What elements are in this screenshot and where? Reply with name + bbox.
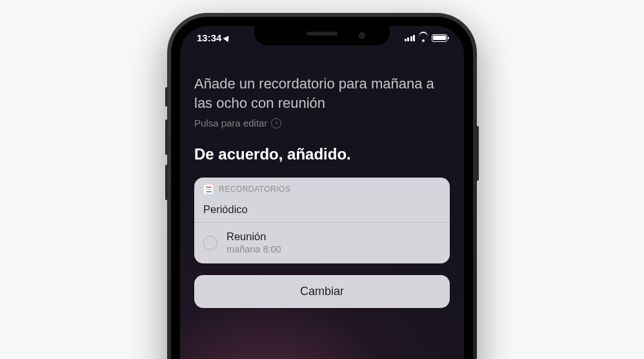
- phone-frame: 13:34 Añade un recordatorio para mañana …: [167, 13, 477, 359]
- wifi-icon: [418, 34, 428, 42]
- siri-response: De acuerdo, añadido.: [194, 145, 450, 163]
- change-button-label: Cambiar: [300, 285, 344, 298]
- battery-icon: [432, 34, 447, 42]
- siri-user-request: Añade un recordatorio para mañana a las …: [194, 74, 450, 112]
- front-camera: [359, 32, 365, 39]
- status-time: 13:34: [197, 32, 221, 43]
- reminder-text: Reunión mañana 8:00: [226, 231, 281, 254]
- reminders-app-icon: [203, 184, 214, 194]
- reminder-complete-radio[interactable]: [203, 236, 217, 250]
- speaker: [307, 32, 337, 36]
- mute-switch: [165, 87, 168, 107]
- reminders-card[interactable]: RECORDATORIOS Periódico Reunión mañana 8…: [194, 178, 450, 263]
- phone-bezel: 13:34 Añade un recordatorio para mañana …: [171, 17, 473, 359]
- card-header: RECORDATORIOS: [194, 178, 450, 200]
- siri-content: Añade un recordatorio para mañana a las …: [180, 26, 464, 308]
- tap-to-edit-button[interactable]: Pulsa para editar ›: [194, 118, 450, 128]
- volume-down-button: [165, 165, 168, 200]
- power-button: [476, 126, 479, 181]
- location-icon: [223, 34, 232, 42]
- volume-up-button: [165, 119, 168, 155]
- card-app-label: RECORDATORIOS: [219, 185, 290, 194]
- reminder-item[interactable]: Reunión mañana 8:00: [194, 223, 450, 263]
- screen: 13:34 Añade un recordatorio para mañana …: [180, 26, 464, 359]
- change-button[interactable]: Cambiar: [194, 275, 450, 308]
- notch: [254, 26, 390, 45]
- chevron-right-icon: ›: [271, 118, 281, 128]
- cellular-signal-icon: [405, 35, 416, 41]
- reminder-list-name: Periódico: [194, 200, 450, 223]
- reminder-title: Reunión: [226, 231, 281, 243]
- status-right: [405, 32, 448, 43]
- edit-hint-label: Pulsa para editar: [194, 118, 267, 128]
- reminder-subtitle: mañana 8:00: [226, 244, 281, 254]
- status-left: 13:34: [197, 32, 230, 43]
